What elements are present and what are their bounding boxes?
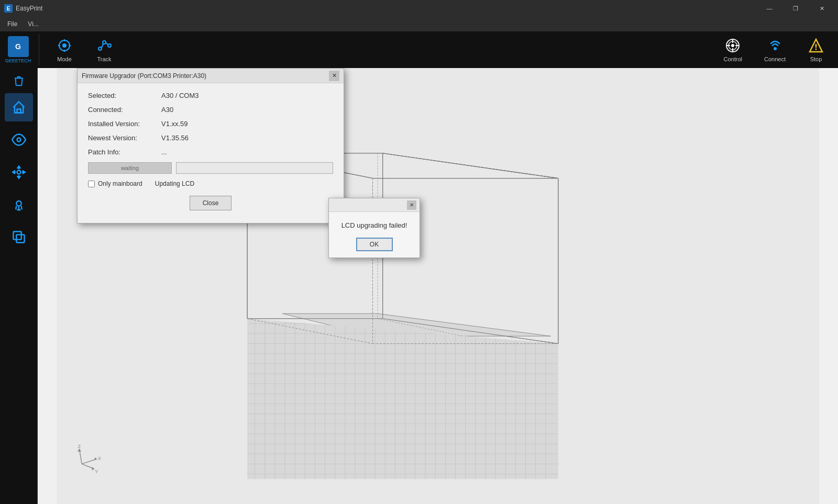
patch-value: ... (161, 148, 167, 156)
title-bar-text: EasyPrint (16, 5, 42, 12)
sidebar-copy-button[interactable] (5, 223, 33, 251)
svg-point-24 (17, 171, 20, 174)
connected-value: A30 (161, 106, 173, 114)
error-dialog-title-bar: ✕ (329, 198, 420, 212)
svg-point-23 (17, 138, 20, 142)
error-message: LCD upgrading failed! (337, 221, 411, 229)
mode-label: Mode (57, 56, 72, 62)
progress-main (176, 162, 333, 174)
error-dialog: ✕ LCD upgrading failed! OK (328, 198, 420, 258)
checkbox-row: Only mainboard Updating LCD (88, 180, 333, 187)
error-ok-button[interactable]: OK (356, 238, 393, 251)
installed-row: Installed Version: V1.xx.59 (88, 120, 333, 128)
sidebar (0, 68, 38, 504)
stop-label: Stop (810, 56, 822, 62)
svg-point-6 (98, 47, 102, 50)
close-button[interactable]: ✕ (810, 0, 834, 17)
svg-text:X: X (98, 455, 102, 461)
title-bar-controls: — ❐ ✕ (757, 0, 834, 17)
svg-point-21 (815, 49, 817, 50)
sidebar-home-button[interactable] (5, 93, 33, 121)
svg-rect-22 (17, 109, 20, 113)
connect-button[interactable]: Connect (756, 34, 794, 65)
svg-marker-30 (17, 176, 20, 178)
svg-line-10 (106, 43, 108, 44)
firmware-dialog-title-bar: Firmware Upgrador (Port:COM3 Printer:A30… (78, 69, 344, 83)
mode-button[interactable]: Mode (50, 34, 79, 65)
brand: G GEEETECH (5, 34, 39, 65)
newest-label: Newest Version: (88, 134, 161, 142)
close-firmware-button[interactable]: Close (190, 196, 231, 210)
firmware-dialog-close-icon[interactable]: ✕ (329, 71, 339, 81)
svg-rect-34 (13, 232, 21, 240)
viewport: X Z Y Firmware Upgrador (Port:COM3 Print… (38, 68, 838, 504)
track-label: Track (97, 56, 111, 62)
svg-text:Y: Y (95, 468, 98, 474)
connected-row: Connected: A30 (88, 106, 333, 114)
progress-row: waiting (88, 162, 333, 174)
toolbar-right: Control Connect Stop (715, 34, 833, 65)
dialog-buttons: Close (88, 196, 333, 215)
main-content: X Z Y Firmware Upgrador (Port:COM3 Print… (0, 68, 838, 504)
menu-file[interactable]: File (2, 18, 23, 30)
connect-label: Connect (764, 56, 786, 62)
sidebar-settings-button[interactable] (5, 191, 33, 219)
svg-point-7 (103, 41, 106, 44)
svg-point-8 (108, 44, 111, 47)
track-button[interactable]: Track (90, 34, 119, 65)
patch-label: Patch Info: (88, 148, 161, 156)
svg-rect-35 (16, 234, 24, 242)
svg-marker-64 (247, 319, 558, 479)
connected-label: Connected: (88, 106, 161, 114)
app-window: E EasyPrint — ❐ ✕ File Vi... G GEEETECH (0, 0, 838, 504)
svg-point-1 (62, 43, 67, 48)
error-dialog-body: LCD upgrading failed! OK (329, 212, 420, 257)
maximize-button[interactable]: ❐ (784, 0, 808, 17)
newest-row: Newest Version: V1.35.56 (88, 134, 333, 142)
control-button[interactable]: Control (715, 34, 751, 65)
brand-text: GEEETECH (5, 58, 31, 63)
newest-version: V1.35.56 (161, 134, 189, 142)
sidebar-move-button[interactable] (5, 158, 33, 186)
trash-button[interactable] (5, 73, 33, 89)
progress-waiting: waiting (88, 162, 172, 174)
updating-label: Updating LCD (155, 180, 194, 187)
svg-marker-29 (17, 166, 20, 168)
patch-row: Patch Info: ... (88, 148, 333, 156)
toolbar: G GEEETECH Mode Track (0, 31, 838, 68)
firmware-dialog-content: Selected: A30 / COM3 Connected: A30 Inst… (78, 83, 344, 223)
selected-row: Selected: A30 / COM3 (88, 92, 333, 99)
title-bar: E EasyPrint — ❐ ✕ (0, 0, 838, 17)
title-bar-left: E EasyPrint (4, 4, 42, 13)
firmware-dialog-title: Firmware Upgrador (Port:COM3 Printer:A30… (82, 72, 206, 80)
menu-view[interactable]: Vi... (23, 18, 43, 30)
svg-point-18 (774, 47, 777, 50)
stop-button[interactable]: Stop (799, 34, 833, 65)
installed-label: Installed Version: (88, 120, 161, 128)
mainboard-checkbox-label[interactable]: Only mainboard (88, 180, 142, 187)
svg-text:Z: Z (78, 443, 81, 449)
control-label: Control (724, 56, 742, 62)
error-dialog-close-button[interactable]: ✕ (407, 200, 416, 210)
minimize-button[interactable]: — (757, 0, 781, 17)
mainboard-checkbox[interactable] (88, 181, 95, 187)
firmware-dialog: Firmware Upgrador (Port:COM3 Printer:A30… (77, 68, 344, 223)
svg-marker-31 (13, 171, 15, 174)
menu-bar: File Vi... (0, 17, 838, 31)
svg-marker-32 (23, 171, 25, 174)
app-icon: E (4, 4, 13, 13)
selected-value: A30 / COM3 (161, 92, 199, 99)
sidebar-view-button[interactable] (5, 126, 33, 154)
svg-point-33 (16, 201, 21, 206)
svg-line-9 (102, 44, 103, 48)
brand-logo: G (8, 36, 29, 57)
svg-point-13 (731, 44, 734, 47)
selected-label: Selected: (88, 92, 161, 99)
installed-version: V1.xx.59 (161, 120, 188, 128)
